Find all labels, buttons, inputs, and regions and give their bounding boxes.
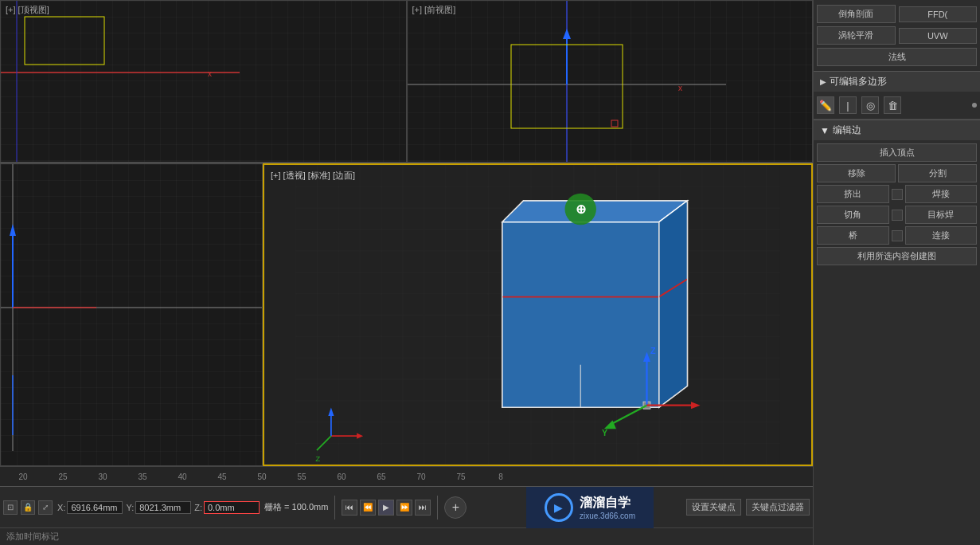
bottom-row: [+] [透视] [标准] [边面] [0,163,813,466]
add-time-label: 添加时间标记 [6,531,59,543]
toolbar-icon-2[interactable]: | [839,96,857,114]
timeline-num-75: 75 [441,472,481,481]
mod-row-2: 涡轮平滑 UVW [814,25,980,46]
status-icons: ⊡ 🔒 ⤢ [3,500,53,515]
extrude-square-btn[interactable] [892,189,903,200]
extrude-btn[interactable]: 挤出 [817,185,889,203]
viewport-bottom-left[interactable] [0,163,263,466]
top-viewports: [+] [顶视图] x [0,0,813,163]
separator-1 [334,496,335,520]
play-go-end[interactable]: ⏭ [415,500,431,516]
viewport-top-right[interactable]: [+] [前视图] [407,0,814,163]
mod-row-3: 法线 [814,46,980,68]
svg-rect-0 [1,1,406,162]
logo-main-text: 溜溜自学 [580,495,635,512]
toolbar-icon-delete[interactable]: 🗑 [884,96,901,114]
editable-poly-section[interactable]: ▶ 可编辑多边形 [814,71,980,92]
z-label: Z: [194,503,202,512]
chamfer-btn[interactable]: 切角 [817,206,889,224]
grid-info: 栅格 = 100.0mm [264,501,328,513]
playback-controls: ⏮ ⏪ ▶ ⏩ ⏭ [342,500,431,516]
timeline-num-55: 55 [282,472,322,481]
insert-vertex-btn[interactable]: 插入顶点 [817,143,977,162]
mod-row-1: 倒角剖面 FFD( [814,3,980,25]
logo-text: 溜溜自学 zixue.3d66.com [580,495,635,520]
timeline-num-25: 25 [43,472,83,481]
status-icon-move[interactable]: ⤢ [38,500,53,515]
normal-btn[interactable]: 法线 [817,48,977,66]
remove-btn[interactable]: 移除 [817,164,896,182]
viewport-area: [+] [顶视图] x [0,0,813,545]
timeline-numbers: 20 25 30 35 40 45 50 55 60 65 70 75 8 [3,472,521,481]
insert-vertex-row: 插入顶点 [817,143,977,162]
timeline-num-35: 35 [123,472,162,481]
status-icon-lock[interactable]: 🔒 [21,500,35,515]
coord-y: Y: 8021.3mm [126,501,191,514]
status-bar: ⊡ 🔒 ⤢ X: 6916.64mm Y: 8021.3mm Z: 0.0mm [0,486,813,527]
add-keyframe-button[interactable]: + [444,496,467,519]
create-shape-btn[interactable]: 利用所选内容创建图 [817,247,977,265]
separator-2 [437,496,438,520]
y-value[interactable]: 8021.3mm [135,501,191,514]
perspective-viewport[interactable]: [+] [透视] [标准] [边面] [263,163,813,466]
perspective-label: [+] [透视] [标准] [边面] [271,170,355,182]
edit-buttons-grid: 插入顶点 移除 分割 挤出 焊接 切角 目标焊 [814,140,980,269]
logo-badge: ▶ 溜溜自学 zixue.3d66.com [526,487,654,528]
timeline-num-70: 70 [401,472,441,481]
svg-text:Z: Z [315,454,320,463]
timeline-num-65: 65 [361,472,401,481]
svg-rect-13 [1,164,262,465]
grid-top-left: x [1,1,406,162]
split-btn[interactable]: 分割 [898,164,977,182]
coord-display: X: 6916.64mm Y: 8021.3mm Z: 0.0mm [57,501,260,514]
bridge-connect-row: 桥 连接 [817,226,977,245]
edit-edge-section[interactable]: ▼ 编辑边 [814,120,980,140]
edit-edge-arrow: ▼ [820,125,830,136]
modifier-buttons: 倒角剖面 FFD( 涡轮平滑 UVW 法线 [814,0,980,71]
chamfer-square-btn[interactable] [892,210,903,221]
timeline-bar: 20 25 30 35 40 45 50 55 60 65 70 75 8 [0,466,813,486]
extrude-weld-row: 挤出 焊接 [817,185,977,203]
target-weld-btn[interactable]: 目标焊 [905,206,978,224]
logo-icon: ▶ [545,493,573,522]
toolbar-icon-3[interactable]: ◎ [861,96,879,114]
logo-play-icon: ▶ [554,501,563,514]
viewport-top-left[interactable]: [+] [顶视图] x [0,0,407,163]
timeline-num-30: 30 [83,472,123,481]
editable-poly-label: 可编辑多边形 [830,75,887,88]
x-value[interactable]: 6916.64mm [67,501,123,514]
create-shape-row: 利用所选内容创建图 [817,247,977,265]
play-go-start[interactable]: ⏮ [342,500,357,516]
connect-btn[interactable]: 连接 [905,226,978,245]
z-value[interactable]: 0.0mm [204,501,260,514]
filter-keyframe-btn[interactable]: 关键点过滤器 [746,499,810,516]
timeline-num-45: 45 [202,472,242,481]
y-label: Y: [126,503,134,512]
coord-x: X: 6916.64mm [57,501,123,514]
play-play[interactable]: ▶ [378,500,394,516]
status-icon-1[interactable]: ⊡ [3,500,18,515]
svg-text:x: x [678,84,682,92]
bridge-btn[interactable]: 桥 [817,226,889,245]
set-keyframe-btn[interactable]: 设置关键点 [686,499,741,516]
bridge-square-btn[interactable] [892,230,903,241]
ffd-btn[interactable]: FFD( [899,6,978,22]
x-label: X: [57,503,65,512]
turbosmooth-btn[interactable]: 涡轮平滑 [817,26,896,45]
timeline-num-40: 40 [162,472,202,481]
main-container: [+] [顶视图] x [0,0,980,545]
drag-handle [972,103,977,108]
grid-bottom-left [1,164,262,465]
toolbar-icon-1[interactable]: ✏️ [817,96,834,114]
play-prev-frame[interactable]: ⏪ [360,500,376,516]
right-panel: 倒角剖面 FFD( 涡轮平滑 UVW 法线 ▶ 可编辑多边形 ✏️ | ◎ 🗑 [813,0,980,545]
timeline-num-60: 60 [322,472,361,481]
uvw-btn[interactable]: UVW [899,28,978,44]
timeline-num-8: 8 [481,472,521,481]
play-next-frame[interactable]: ⏩ [396,500,412,516]
svg-marker-24 [659,201,688,408]
coord-z: Z: 0.0mm [194,501,260,514]
chamfer-section-btn[interactable]: 倒角剖面 [817,5,896,23]
svg-text:Z: Z [650,346,656,355]
weld-btn[interactable]: 焊接 [905,185,978,203]
